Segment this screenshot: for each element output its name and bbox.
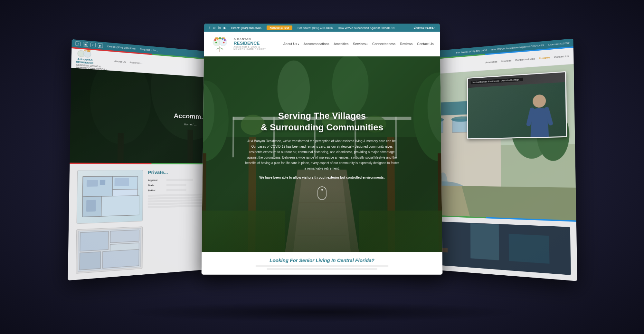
facebook-icon[interactable]: f	[75, 41, 81, 46]
center-logo-sub: ASSISTED LIVING &MEMORY CARE RESORT	[233, 46, 266, 50]
scene: f ▣ in ▶ Direct: (352) 268-3535 Request …	[80, 22, 564, 312]
center-lower-body	[211, 265, 433, 270]
right-nav-amenities[interactable]: Amenities	[485, 60, 497, 64]
scroll-indicator[interactable]	[317, 187, 327, 200]
nav-connectedness[interactable]: Connectedness	[372, 42, 395, 46]
center-logo-brand: RESIDENCE	[234, 41, 266, 46]
center-logo-svg	[210, 34, 231, 53]
right-license: License #13557	[548, 41, 570, 46]
center-hero: Serving The Villages & Surrounding Commu…	[202, 56, 442, 252]
video-label: Visit A Banyan Residence - Assisted Livi…	[471, 78, 523, 84]
svg-rect-19	[114, 178, 129, 186]
center-browser-card: f ⊕ in ▶ Direct: (352) 268-3535 Request …	[202, 24, 442, 274]
right-nav-reviews[interactable]: Reviews	[538, 56, 550, 60]
center-youtube-icon[interactable]: ▶	[223, 26, 226, 30]
left-nav-links: About Us Accomm...	[114, 60, 143, 64]
svg-rect-67	[202, 153, 206, 252]
center-nav-links: About Us Accommodations Amenities Servic…	[283, 42, 434, 46]
svg-point-58	[222, 38, 223, 40]
svg-rect-82	[232, 117, 234, 157]
instagram-icon[interactable]: ▣	[83, 42, 88, 47]
center-hero-title: Serving The Villages & Surrounding Commu…	[245, 110, 399, 133]
center-direct: Direct: (352) 268-3535	[231, 26, 261, 30]
nav-services[interactable]: Services	[353, 42, 368, 46]
center-lower-title: Looking For Senior Living In Central Flo…	[211, 258, 432, 263]
left-hero-title: Accomm...	[174, 112, 207, 121]
center-card-content: f ⊕ in ▶ Direct: (352) 268-3535 Request …	[202, 24, 442, 274]
svg-rect-18	[100, 180, 105, 185]
center-covid: How We've Succeeded Against COVID-19	[338, 26, 394, 30]
center-logo-text: A BANYAN RESIDENCE ASSISTED LIVING &MEMO…	[233, 37, 266, 50]
svg-point-59	[224, 39, 226, 41]
center-hero-bold-text: We have been able to allow visitors thro…	[244, 176, 399, 179]
svg-rect-26	[102, 249, 139, 268]
svg-rect-16	[101, 196, 139, 216]
nav-amenities[interactable]: Amenities	[334, 42, 348, 46]
left-social-icons: f ▣ in ▶	[75, 41, 103, 48]
person-svg	[525, 94, 554, 137]
left-hero-text: Accomm... Home / ...	[174, 112, 207, 126]
scroll-dot	[321, 189, 323, 191]
nav-reviews[interactable]: Reviews	[400, 42, 412, 46]
video-thumbnail-top[interactable]: Visit A Banyan Residence - Assisted Livi…	[467, 71, 567, 139]
floor-plan-image-top	[76, 170, 143, 224]
svg-rect-51	[509, 234, 550, 264]
left-tour-btn[interactable]: Request a To...	[140, 48, 158, 52]
svg-rect-20	[86, 200, 96, 212]
left-logo-svg: A BANYAN	[76, 47, 93, 62]
svg-point-55	[214, 39, 216, 41]
svg-point-60	[223, 42, 224, 43]
center-social-icons: f ⊕ in ▶	[209, 26, 226, 30]
center-nav: A BANYAN RESIDENCE ASSISTED LIVING &MEMO…	[204, 32, 440, 56]
center-sales: For Sales: (855) 490-0406	[298, 26, 333, 30]
svg-rect-9	[187, 130, 193, 163]
svg-point-61	[215, 42, 217, 43]
nav-contact-us[interactable]: Contact Us	[417, 42, 434, 46]
svg-point-57	[219, 37, 221, 39]
svg-rect-79	[202, 211, 285, 252]
floor-plan-svg-lower	[78, 228, 141, 272]
center-linkedin-icon[interactable]: in	[218, 26, 221, 30]
svg-point-56	[216, 38, 218, 40]
nav-about-us[interactable]: About Us	[283, 42, 299, 46]
linkedin-icon[interactable]: in	[90, 43, 96, 47]
right-sales: For Sales: (855) 490-0406	[456, 49, 487, 54]
left-logo: A BANYAN RESIDENCE ASSISTED LIVING & MEM…	[76, 47, 107, 71]
left-nav-about[interactable]: About Us	[114, 60, 126, 64]
svg-rect-80	[359, 211, 442, 252]
floor-plan-image-lower	[76, 226, 143, 274]
svg-rect-25	[80, 252, 101, 270]
svg-rect-22	[80, 231, 109, 251]
left-direct: Direct: (352) 268-3535	[107, 45, 136, 50]
youtube-icon[interactable]: ▶	[98, 43, 103, 48]
center-tour-btn[interactable]: Request a Tour	[267, 25, 292, 30]
svg-rect-17	[87, 180, 98, 187]
svg-rect-50	[470, 223, 499, 260]
svg-rect-8	[117, 133, 124, 163]
center-facebook-icon[interactable]: f	[209, 26, 210, 30]
right-nav-connectedness[interactable]: Connectedness	[515, 57, 535, 62]
svg-rect-23	[110, 230, 139, 243]
center-license: License #13557	[414, 26, 435, 29]
svg-point-72	[332, 56, 369, 115]
center-hero-body: At A Banyan Residence, we've transformed…	[244, 138, 399, 171]
center-logo-wrap: A BANYAN RESIDENCE ASSISTED LIVING &MEMO…	[210, 34, 266, 53]
left-nav-accommodations[interactable]: Accomm...	[129, 61, 143, 65]
floor-plan-svg-top	[80, 175, 140, 219]
right-nav-contact[interactable]: Contact Us	[554, 54, 569, 59]
svg-point-71	[277, 60, 310, 117]
center-top-bar: f ⊕ in ▶ Direct: (352) 268-3535 Request …	[204, 24, 440, 32]
nav-accommodations[interactable]: Accommodations	[304, 42, 329, 46]
svg-point-45	[533, 94, 546, 108]
center-instagram-icon[interactable]: ⊕	[213, 26, 216, 30]
right-nav-links: Amenities Services Connectedness Reviews…	[485, 54, 569, 64]
center-hero-content: Serving The Villages & Surrounding Commu…	[244, 110, 400, 200]
center-lower: Looking For Senior Living In Central Flo…	[202, 252, 442, 274]
right-nav-services[interactable]: Services	[501, 59, 511, 63]
